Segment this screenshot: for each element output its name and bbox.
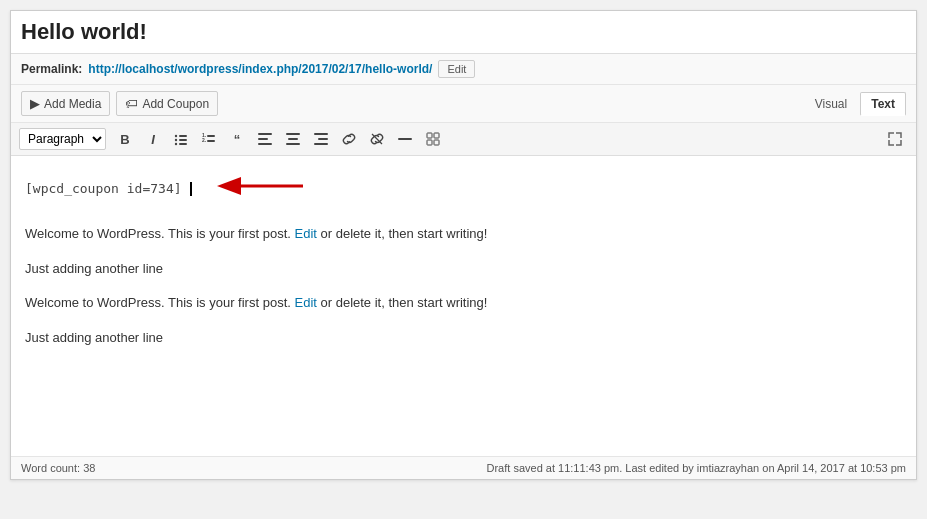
format-toolbar: Paragraph B I 1. 2. “ — [11, 123, 916, 156]
add-coupon-label: Add Coupon — [142, 97, 209, 111]
add-media-label: Add Media — [44, 97, 101, 111]
svg-point-2 — [175, 139, 177, 141]
text-cursor — [190, 182, 192, 196]
permalink-row: Permalink: http://localhost/wordpress/in… — [11, 54, 916, 85]
editor-para-4: Just adding another line — [25, 328, 902, 349]
para3-text-before: Welcome to WordPress. This is your first… — [25, 295, 294, 310]
table-button[interactable] — [420, 127, 446, 151]
ordered-list-button[interactable]: 1. 2. — [196, 127, 222, 151]
align-right-button[interactable] — [308, 127, 334, 151]
svg-point-0 — [175, 135, 177, 137]
draft-info: Draft saved at 11:11:43 pm. Last edited … — [487, 462, 906, 474]
word-count-value: 38 — [83, 462, 95, 474]
title-bar — [11, 11, 916, 54]
svg-rect-24 — [434, 140, 439, 145]
permalink-edit-button[interactable]: Edit — [438, 60, 475, 78]
svg-rect-11 — [258, 138, 268, 140]
svg-rect-20 — [398, 138, 412, 140]
word-count-label: Word count: — [21, 462, 80, 474]
para3-edit-link[interactable]: Edit — [294, 295, 316, 310]
para2-text: Just adding another line — [25, 261, 163, 276]
hr-button[interactable] — [392, 127, 418, 151]
editor-para-2: Just adding another line — [25, 259, 902, 280]
editor-toolbar-row: ▶ Add Media 🏷 Add Coupon Visual Text — [11, 85, 916, 123]
status-bar: Word count: 38 Draft saved at 11:11:43 p… — [11, 456, 916, 479]
toolbar-right: Visual Text — [804, 92, 906, 116]
svg-rect-15 — [286, 143, 300, 145]
para3-text-after: or delete it, then start writing! — [317, 295, 488, 310]
svg-rect-1 — [179, 135, 187, 137]
toolbar-left: ▶ Add Media 🏷 Add Coupon — [21, 91, 218, 116]
expand-button[interactable] — [882, 127, 908, 151]
svg-rect-3 — [179, 139, 187, 141]
shortcode-line: [wpcd_coupon id=734] — [25, 171, 902, 208]
link-button[interactable] — [336, 127, 362, 151]
svg-rect-21 — [427, 133, 432, 138]
unordered-list-button[interactable] — [168, 127, 194, 151]
blockquote-button[interactable]: “ — [224, 127, 250, 151]
editor-wrapper: Permalink: http://localhost/wordpress/in… — [10, 10, 917, 480]
svg-rect-16 — [314, 133, 328, 135]
svg-rect-23 — [427, 140, 432, 145]
paragraph-select[interactable]: Paragraph — [19, 128, 106, 150]
svg-rect-5 — [179, 143, 187, 145]
editor-para-1: Welcome to WordPress. This is your first… — [25, 224, 902, 245]
para1-text-before: Welcome to WordPress. This is your first… — [25, 226, 294, 241]
post-title-input[interactable] — [21, 19, 906, 45]
word-count-display: Word count: 38 — [21, 462, 95, 474]
permalink-link[interactable]: http://localhost/wordpress/index.php/201… — [88, 62, 432, 76]
red-arrow-indicator — [208, 171, 308, 208]
align-left-button[interactable] — [252, 127, 278, 151]
svg-rect-17 — [318, 138, 328, 140]
svg-point-4 — [175, 143, 177, 145]
unlink-button[interactable] — [364, 127, 390, 151]
permalink-label: Permalink: — [21, 62, 82, 76]
shortcode-text: [wpcd_coupon id=734] — [25, 179, 182, 200]
text-tab[interactable]: Text — [860, 92, 906, 116]
svg-text:2.: 2. — [202, 137, 207, 143]
svg-rect-9 — [207, 140, 215, 142]
svg-rect-14 — [288, 138, 298, 140]
svg-rect-18 — [314, 143, 328, 145]
media-icon: ▶ — [30, 96, 40, 111]
para1-text-after: or delete it, then start writing! — [317, 226, 488, 241]
para1-edit-link[interactable]: Edit — [294, 226, 316, 241]
add-coupon-button[interactable]: 🏷 Add Coupon — [116, 91, 218, 116]
visual-tab[interactable]: Visual — [804, 92, 858, 116]
svg-rect-13 — [286, 133, 300, 135]
align-center-button[interactable] — [280, 127, 306, 151]
bold-button[interactable]: B — [112, 127, 138, 151]
svg-rect-7 — [207, 135, 215, 137]
svg-rect-12 — [258, 143, 272, 145]
para4-text: Just adding another line — [25, 330, 163, 345]
svg-rect-22 — [434, 133, 439, 138]
coupon-icon: 🏷 — [125, 96, 138, 111]
italic-button[interactable]: I — [140, 127, 166, 151]
svg-rect-10 — [258, 133, 272, 135]
editor-content[interactable]: [wpcd_coupon id=734] Welcome to WordPres… — [11, 156, 916, 456]
add-media-button[interactable]: ▶ Add Media — [21, 91, 110, 116]
editor-para-3: Welcome to WordPress. This is your first… — [25, 293, 902, 314]
